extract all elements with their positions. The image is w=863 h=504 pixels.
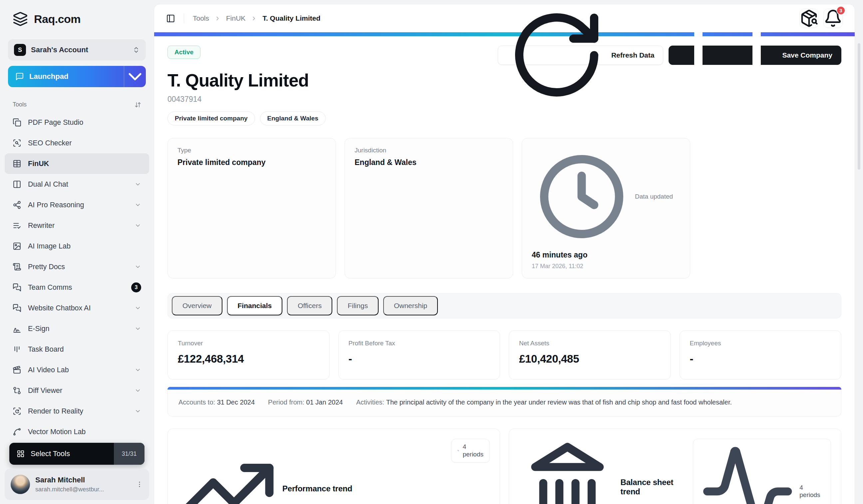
refresh-icon	[507, 5, 606, 105]
sidebar-item-vector-motion-lab[interactable]: Vector Motion Lab	[5, 422, 149, 442]
unread-count-badge: 3	[131, 282, 141, 293]
tool-list: PDF Page Studio SEO Checker FinUK Dual A…	[0, 112, 154, 442]
ellipsis-vertical-icon[interactable]	[136, 481, 143, 488]
chevron-down-icon	[135, 181, 141, 188]
git-compare-icon	[13, 386, 21, 395]
user-avatar	[11, 475, 30, 494]
accounts-item-period-from: Period from: 01 Jan 2024	[268, 399, 343, 406]
sidebar-item-pretty-docs[interactable]: Pretty Docs	[5, 257, 149, 277]
sidebar-item-website-chatbox-ai[interactable]: Website Chatbox AI	[5, 298, 149, 318]
render-icon	[13, 407, 21, 415]
launchpad-caret[interactable]	[124, 66, 146, 87]
sidebar-item-dual-ai-chat[interactable]: Dual AI Chat	[5, 174, 149, 195]
user-card[interactable]: Sarah Mitchell sarah.mitchell@westbur...	[5, 469, 149, 500]
info-cards: Type Private limited company Jurisdictio…	[167, 138, 841, 279]
scrollbar-thumb[interactable]	[858, 43, 860, 170]
tab-officers[interactable]: Officers	[287, 296, 332, 315]
sidebar-item-task-board[interactable]: Task Board	[5, 339, 149, 360]
sidebar-item-team-comms[interactable]: Team Comms3	[5, 277, 149, 298]
sidebar-toggle-icon[interactable]	[166, 14, 175, 23]
launchpad-label: Launchpad	[29, 72, 68, 81]
spline-icon	[13, 427, 21, 436]
refresh-data-button[interactable]: Refresh Data	[498, 46, 664, 65]
account-avatar: S	[14, 44, 26, 56]
notification-count-badge: 3	[836, 6, 845, 15]
package-search-button[interactable]	[799, 9, 819, 28]
tools-count-badge: 31/31	[114, 443, 145, 465]
info-card-type: Type Private limited company	[167, 138, 336, 279]
copy-icon	[13, 118, 21, 127]
user-name: Sarah Mitchell	[35, 476, 130, 484]
chevron-down-icon	[135, 325, 141, 332]
columns-icon	[13, 180, 21, 189]
save-company-button[interactable]: Save Company	[668, 46, 841, 65]
performance-trend-title: Performance trend	[282, 484, 352, 493]
account-switcher[interactable]: S Sarah's Account	[8, 39, 146, 61]
tab-filings[interactable]: Filings	[337, 296, 378, 315]
package-search-icon	[800, 9, 818, 28]
layers-logo-icon	[13, 11, 28, 27]
activity-icon	[699, 443, 796, 504]
breadcrumb-finuk[interactable]: FinUK	[226, 14, 246, 22]
tab-overview[interactable]: Overview	[172, 296, 222, 315]
landmark-icon	[519, 439, 616, 504]
sort-icon[interactable]	[135, 102, 141, 108]
notifications-button[interactable]: 3	[823, 9, 843, 28]
sidebar-item-diff-viewer[interactable]: Diff Viewer	[5, 380, 149, 401]
trending-up-icon	[178, 439, 278, 504]
sidebar-item-ai-video-lab[interactable]: AI Video Lab	[5, 360, 149, 380]
chevron-right-icon	[214, 15, 221, 22]
clock-icon	[532, 147, 631, 246]
sidebar-item-render-to-reality[interactable]: Render to Reality	[5, 401, 149, 422]
periods-badge: 4 periods	[693, 439, 831, 504]
metric-card-turnover: Turnover £122,468,314	[167, 330, 329, 379]
grid-icon	[17, 450, 25, 458]
metric-card-employees: Employees -	[679, 330, 842, 379]
sidebar-item-pdf-page-studio[interactable]: PDF Page Studio	[5, 112, 149, 133]
balance-sheet-trend-card: Balance sheet trend Assets, liabilities,…	[509, 428, 841, 504]
sidebar-item-ai-image-lab[interactable]: AI Image Lab	[5, 236, 149, 257]
launchpad-button[interactable]: Launchpad	[8, 66, 146, 87]
clapperboard-icon	[13, 366, 21, 374]
status-badge: Active	[167, 46, 200, 59]
tools-section-label: Tools	[13, 101, 27, 108]
sidebar-item-seo-checker[interactable]: SEO Checker	[5, 133, 149, 153]
sidebar-item-rewriter[interactable]: Rewriter	[5, 215, 149, 236]
info-card-jurisdiction: Jurisdiction England & Wales	[345, 138, 513, 279]
chevron-down-icon	[135, 366, 141, 373]
signature-icon	[13, 324, 21, 333]
table-icon	[13, 159, 21, 168]
chevron-down-icon	[135, 202, 141, 208]
metric-card-net-assets: Net Assets £10,420,485	[509, 330, 671, 379]
sidebar-item-finuk[interactable]: FinUK	[5, 153, 149, 174]
tab-ownership[interactable]: Ownership	[383, 296, 438, 315]
sidebar: Raq.com S Sarah's Account Launchpad Tool…	[0, 0, 154, 504]
accounts-summary-bar: Accounts to: 31 Dec 2024Period from: 01 …	[167, 387, 841, 416]
balance-sheet-trend-title: Balance sheet trend	[621, 478, 693, 496]
scroll-icon	[13, 262, 21, 271]
activity-icon	[458, 450, 459, 451]
chevron-down-icon	[135, 408, 141, 414]
chevron-down-icon	[135, 387, 141, 394]
chevrons-up-down-icon	[133, 46, 140, 54]
tabs-bar: OverviewFinancialsOfficersFilingsOwnersh…	[167, 293, 841, 318]
messages-icon	[13, 304, 21, 312]
metrics-row: Turnover £122,468,314Profit Before Tax -…	[167, 330, 841, 379]
sidebar-item-e-sign[interactable]: E-Sign	[5, 318, 149, 339]
info-card-data-updated: Data updated 46 minutes ago 17 Mar 2026,…	[522, 138, 690, 279]
chevron-down-icon	[135, 222, 141, 229]
brand-logo: Raq.com	[0, 0, 154, 27]
select-tools-label: Select Tools	[30, 450, 70, 458]
breadcrumb-tools[interactable]: Tools	[193, 14, 209, 22]
sidebar-item-ai-pro-reasoning[interactable]: AI Pro Reasoning	[5, 195, 149, 215]
company-tag-england-wales: England & Wales	[260, 112, 326, 126]
tab-financials[interactable]: Financials	[227, 296, 283, 315]
periods-badge: 4 periods	[451, 439, 490, 463]
nodes-icon	[13, 201, 21, 209]
main-panel: ToolsFinUKT. Quality Limited 3 Active Re…	[154, 4, 855, 504]
accounts-item-activities: Activities: The principal activity of th…	[356, 399, 732, 406]
messages-icon	[13, 283, 21, 292]
select-tools-button[interactable]: Select Tools 31/31	[9, 443, 145, 465]
accounts-item-accounts-to: Accounts to: 31 Dec 2024	[178, 399, 255, 406]
chevron-down-icon	[124, 66, 146, 87]
